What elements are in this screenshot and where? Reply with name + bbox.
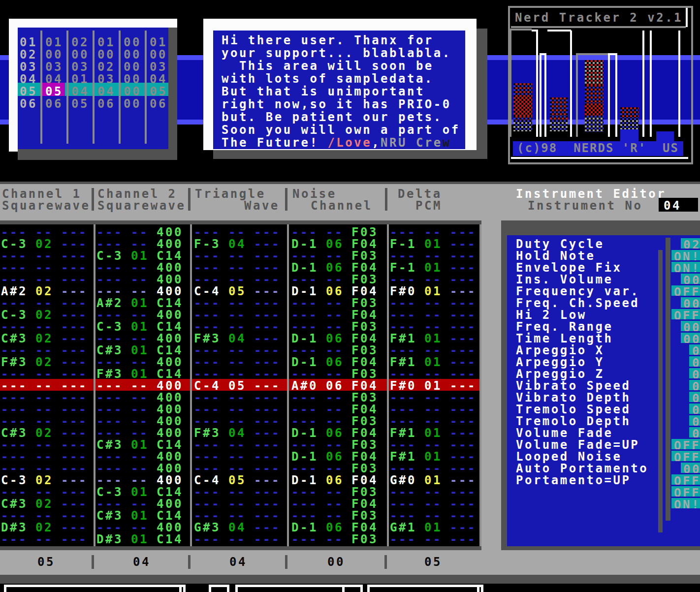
effect-field[interactable]: C14 bbox=[157, 485, 183, 497]
instrument-field[interactable]: 01 bbox=[131, 343, 149, 355]
note-field[interactable]: --- bbox=[1, 462, 28, 473]
note-field[interactable]: --- bbox=[390, 225, 416, 237]
effect-field[interactable]: F04 bbox=[351, 261, 378, 273]
instrument-field[interactable]: 01 bbox=[424, 332, 442, 343]
note-field[interactable]: --- bbox=[390, 343, 416, 355]
note-field[interactable]: C#3 bbox=[1, 497, 28, 509]
scrollbar-track-outer[interactable] bbox=[666, 238, 670, 521]
note-field[interactable]: --- bbox=[96, 473, 123, 485]
effect-field[interactable]: 400 bbox=[157, 379, 183, 391]
instrument-field[interactable]: -- bbox=[35, 509, 53, 521]
instrument-field[interactable]: -- bbox=[326, 438, 344, 450]
note-field[interactable]: --- bbox=[390, 497, 416, 509]
instrument-field[interactable]: -- bbox=[131, 497, 149, 509]
effect-field[interactable]: --- bbox=[450, 450, 477, 462]
order-cell[interactable]: 02 bbox=[71, 35, 89, 49]
instrument-field[interactable]: -- bbox=[228, 355, 246, 367]
note-field[interactable]: --- bbox=[390, 403, 416, 414]
param-value[interactable]: 00 bbox=[681, 321, 700, 331]
note-field[interactable]: D-1 bbox=[291, 426, 318, 438]
effect-field[interactable]: --- bbox=[450, 473, 477, 485]
instrument-field[interactable]: 04 bbox=[228, 237, 246, 249]
effect-field[interactable]: 400 bbox=[157, 225, 183, 237]
effect-field[interactable]: --- bbox=[450, 485, 477, 497]
note-field[interactable]: --- bbox=[390, 273, 416, 284]
scrollbar-track-inner[interactable] bbox=[658, 250, 663, 532]
note-field[interactable]: F#3 bbox=[96, 367, 123, 379]
order-cell[interactable]: 05 bbox=[45, 85, 63, 98]
note-field[interactable]: F#0 bbox=[390, 379, 416, 391]
order-cell[interactable]: 01 bbox=[97, 35, 115, 49]
instrument-field[interactable]: -- bbox=[35, 261, 53, 273]
note-field[interactable]: F#3 bbox=[1, 355, 28, 367]
instrument-field[interactable]: -- bbox=[228, 225, 246, 237]
note-field[interactable]: --- bbox=[96, 414, 123, 426]
effect-field[interactable]: --- bbox=[61, 284, 88, 296]
effect-field[interactable]: --- bbox=[450, 237, 477, 249]
instrument-field[interactable]: -- bbox=[326, 367, 344, 379]
instrument-field[interactable]: -- bbox=[131, 473, 149, 485]
note-field[interactable]: --- bbox=[194, 225, 221, 237]
param-value[interactable]: 00 bbox=[681, 463, 700, 473]
instrument-field[interactable]: -- bbox=[424, 438, 442, 450]
note-field[interactable]: C-3 bbox=[1, 237, 28, 249]
param-value[interactable]: OFF bbox=[671, 474, 700, 485]
effect-field[interactable]: 400 bbox=[157, 414, 183, 426]
note-field[interactable]: C#3 bbox=[96, 438, 123, 450]
effect-field[interactable]: --- bbox=[61, 450, 88, 462]
note-field[interactable]: F-1 bbox=[390, 261, 416, 273]
note-field[interactable]: C#3 bbox=[96, 509, 123, 521]
effect-field[interactable]: --- bbox=[254, 391, 281, 403]
order-cell[interactable]: 03 bbox=[97, 72, 115, 86]
note-field[interactable]: --- bbox=[291, 509, 318, 521]
note-field[interactable]: --- bbox=[291, 485, 318, 497]
instrument-field[interactable]: -- bbox=[35, 391, 53, 403]
note-field[interactable]: --- bbox=[194, 343, 221, 355]
note-field[interactable]: D-1 bbox=[291, 355, 318, 367]
param-value[interactable]: 00 bbox=[681, 297, 700, 308]
note-field[interactable]: --- bbox=[1, 249, 28, 261]
instrument-field[interactable]: -- bbox=[424, 509, 442, 521]
effect-field[interactable]: --- bbox=[61, 426, 88, 438]
instrument-field[interactable]: -- bbox=[35, 414, 53, 426]
instrument-field[interactable]: -- bbox=[326, 343, 344, 355]
instrument-field[interactable]: -- bbox=[424, 343, 442, 355]
note-field[interactable]: G#1 bbox=[390, 521, 416, 532]
note-field[interactable]: C#3 bbox=[96, 343, 123, 355]
note-field[interactable]: D-1 bbox=[291, 237, 318, 249]
instrument-field[interactable]: -- bbox=[35, 403, 53, 414]
note-field[interactable]: F#1 bbox=[390, 450, 416, 462]
note-field[interactable]: --- bbox=[1, 485, 28, 497]
effect-field[interactable]: --- bbox=[61, 403, 88, 414]
instrument-field[interactable]: -- bbox=[326, 462, 344, 473]
note-field[interactable]: --- bbox=[96, 261, 123, 273]
instrument-field[interactable]: 01 bbox=[424, 450, 442, 462]
note-field[interactable]: --- bbox=[291, 273, 318, 284]
effect-field[interactable]: --- bbox=[450, 438, 477, 450]
note-field[interactable]: --- bbox=[1, 379, 28, 391]
note-field[interactable]: C-4 bbox=[194, 284, 221, 296]
note-field[interactable]: --- bbox=[96, 497, 123, 509]
instrument-field[interactable]: 01 bbox=[131, 296, 149, 308]
effect-field[interactable]: 400 bbox=[157, 426, 183, 438]
effect-field[interactable]: --- bbox=[254, 355, 281, 367]
instrument-field[interactable]: -- bbox=[35, 320, 53, 332]
instrument-field[interactable]: 06 bbox=[326, 521, 344, 532]
instrument-field[interactable]: 01 bbox=[131, 249, 149, 261]
instrument-field[interactable]: -- bbox=[131, 403, 149, 414]
note-field[interactable]: D#3 bbox=[96, 532, 123, 544]
note-field[interactable]: --- bbox=[96, 308, 123, 320]
effect-field[interactable]: F03 bbox=[351, 462, 378, 473]
instrument-field[interactable]: 04 bbox=[228, 426, 246, 438]
effect-field[interactable]: 400 bbox=[157, 391, 183, 403]
note-field[interactable]: --- bbox=[96, 462, 123, 473]
note-field[interactable]: --- bbox=[390, 391, 416, 403]
instrument-field[interactable]: -- bbox=[228, 273, 246, 284]
effect-field[interactable]: --- bbox=[61, 532, 88, 544]
note-field[interactable]: --- bbox=[390, 367, 416, 379]
effect-field[interactable]: --- bbox=[450, 462, 477, 473]
order-cell[interactable]: 04 bbox=[150, 72, 167, 86]
instrument-field[interactable]: -- bbox=[228, 296, 246, 308]
instrument-field[interactable]: -- bbox=[228, 367, 246, 379]
note-field[interactable]: --- bbox=[390, 438, 416, 450]
